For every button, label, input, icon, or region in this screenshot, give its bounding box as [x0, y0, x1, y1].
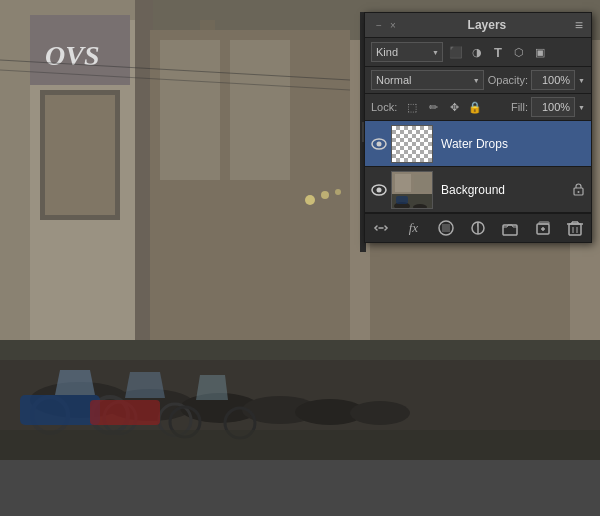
lock-icons: ⬚ ✏ ✥ 🔒	[403, 98, 484, 116]
svg-rect-44	[395, 174, 411, 192]
svg-text:OVS: OVS	[45, 40, 99, 71]
group-icon[interactable]	[500, 218, 520, 238]
opacity-label: Opacity:	[488, 74, 528, 86]
svg-rect-33	[0, 430, 600, 460]
adjustment-icon[interactable]	[468, 218, 488, 238]
svg-point-38	[335, 189, 341, 195]
kind-select-wrapper[interactable]: Kind	[371, 42, 443, 62]
lock-all-icon[interactable]: 🔒	[466, 98, 484, 116]
mask-icon[interactable]	[436, 218, 456, 238]
kind-row: Kind ⬛ ◑ T ⬡ ▣	[365, 38, 591, 67]
svg-point-36	[305, 195, 315, 205]
fill-section: Fill: ▼	[511, 97, 585, 117]
bottom-bar	[0, 460, 600, 516]
svg-point-51	[577, 191, 579, 193]
blend-row: Normal Multiply Screen Overlay Opacity: …	[365, 67, 591, 94]
opacity-section: Opacity: ▼	[488, 70, 585, 90]
link-layers-icon[interactable]	[371, 218, 391, 238]
svg-point-40	[377, 141, 382, 146]
svg-rect-60	[569, 224, 581, 235]
artboard-icon[interactable]: ▣	[531, 43, 549, 61]
layer-name-water-drops: Water Drops	[437, 137, 585, 151]
close-icon[interactable]: ×	[387, 19, 399, 31]
svg-rect-49	[396, 196, 408, 204]
svg-point-21	[350, 401, 410, 425]
fill-input[interactable]	[531, 97, 575, 117]
svg-point-42	[377, 187, 382, 192]
lock-move-icon[interactable]: ✥	[445, 98, 463, 116]
layer-name-background: Background	[437, 183, 567, 197]
fx-icon[interactable]: fx	[403, 218, 423, 238]
layer-item-water-drops[interactable]: Water Drops	[365, 121, 591, 167]
fill-label: Fill:	[511, 101, 528, 113]
panel-header: − × Layers ≡	[365, 13, 591, 38]
svg-rect-45	[414, 175, 430, 192]
svg-rect-57	[539, 222, 549, 224]
kind-select[interactable]: Kind	[371, 42, 443, 62]
lock-row: Lock: ⬚ ✏ ✥ 🔒 Fill: ▼	[365, 94, 591, 121]
svg-marker-31	[125, 372, 165, 398]
svg-rect-28	[20, 395, 100, 425]
opacity-arrow[interactable]: ▼	[578, 77, 585, 84]
layers-panel: − × Layers ≡ Kind ⬛ ◑ T ⬡ ▣ Normal Multi…	[364, 12, 592, 243]
svg-rect-29	[90, 400, 160, 425]
kind-icons: ⬛ ◑ T ⬡ ▣	[447, 43, 549, 61]
panel-menu-icon[interactable]: ≡	[575, 17, 583, 33]
svg-rect-11	[230, 40, 290, 180]
fill-arrow[interactable]: ▼	[578, 104, 585, 111]
lock-pixel-icon[interactable]: ⬚	[403, 98, 421, 116]
svg-point-37	[321, 191, 329, 199]
layer-visibility-icon-water-drops[interactable]	[371, 136, 387, 152]
layer-thumb-background	[391, 171, 433, 209]
background-lock-icon	[571, 183, 585, 197]
type-icon[interactable]: T	[489, 43, 507, 61]
blend-mode-select[interactable]: Normal Multiply Screen Overlay	[371, 70, 484, 90]
svg-marker-32	[196, 375, 228, 400]
svg-rect-10	[160, 40, 220, 180]
collapse-icon[interactable]: −	[373, 19, 385, 31]
layers-toolbar: fx	[365, 213, 591, 242]
layer-thumb-water-drops	[391, 125, 433, 163]
adjust-icon[interactable]: ◑	[468, 43, 486, 61]
delete-layer-icon[interactable]	[565, 218, 585, 238]
svg-marker-30	[55, 370, 95, 395]
blend-mode-wrapper[interactable]: Normal Multiply Screen Overlay	[371, 70, 484, 90]
shape-icon[interactable]: ⬡	[510, 43, 528, 61]
lock-label: Lock:	[371, 101, 397, 113]
opacity-input[interactable]	[531, 70, 575, 90]
layer-visibility-icon-background[interactable]	[371, 182, 387, 198]
svg-rect-6	[45, 95, 115, 215]
lock-paint-icon[interactable]: ✏	[424, 98, 442, 116]
panel-title: Layers	[468, 18, 507, 32]
panel-controls: − ×	[373, 19, 399, 31]
pixel-icon[interactable]: ⬛	[447, 43, 465, 61]
layer-item-background[interactable]: Background	[365, 167, 591, 213]
svg-rect-53	[442, 224, 450, 232]
new-layer-icon[interactable]	[533, 218, 553, 238]
